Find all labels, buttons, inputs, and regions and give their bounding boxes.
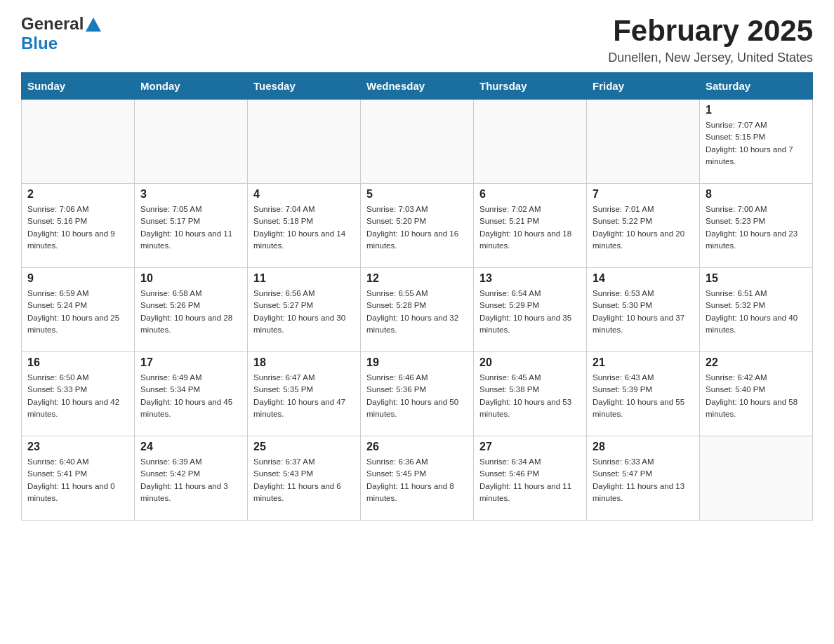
day-number: 2 [27, 188, 128, 201]
week-row-1: 1Sunrise: 7:07 AM Sunset: 5:15 PM Daylig… [22, 100, 813, 184]
day-info: Sunrise: 7:06 AM Sunset: 5:16 PM Dayligh… [27, 203, 128, 252]
day-info: Sunrise: 7:00 AM Sunset: 5:23 PM Dayligh… [706, 203, 807, 252]
day-number: 4 [253, 188, 355, 201]
day-cell: 10Sunrise: 6:58 AM Sunset: 5:26 PM Dayli… [135, 268, 248, 352]
day-info: Sunrise: 6:33 AM Sunset: 5:47 PM Dayligh… [593, 456, 694, 504]
day-number: 16 [27, 356, 128, 369]
day-number: 18 [253, 356, 355, 369]
day-cell [700, 436, 813, 521]
day-number: 26 [366, 441, 468, 453]
day-info: Sunrise: 6:40 AM Sunset: 5:41 PM Dayligh… [27, 456, 128, 504]
calendar-body: 1Sunrise: 7:07 AM Sunset: 5:15 PM Daylig… [22, 100, 813, 521]
day-cell: 7Sunrise: 7:01 AM Sunset: 5:22 PM Daylig… [587, 184, 700, 268]
day-info: Sunrise: 6:51 AM Sunset: 5:32 PM Dayligh… [706, 288, 807, 336]
day-number: 24 [140, 441, 241, 453]
day-cell: 9Sunrise: 6:59 AM Sunset: 5:24 PM Daylig… [22, 268, 135, 352]
day-info: Sunrise: 6:53 AM Sunset: 5:30 PM Dayligh… [593, 288, 694, 336]
day-cell: 20Sunrise: 6:45 AM Sunset: 5:38 PM Dayli… [474, 352, 587, 436]
week-row-4: 16Sunrise: 6:50 AM Sunset: 5:33 PM Dayli… [22, 352, 813, 436]
title-section: February 2025 Dunellen, New Jersey, Unit… [608, 14, 813, 65]
weekday-tuesday: Tuesday [248, 73, 361, 100]
day-cell: 23Sunrise: 6:40 AM Sunset: 5:41 PM Dayli… [22, 436, 135, 521]
day-cell: 12Sunrise: 6:55 AM Sunset: 5:28 PM Dayli… [361, 268, 474, 352]
day-info: Sunrise: 7:02 AM Sunset: 5:21 PM Dayligh… [479, 203, 581, 252]
day-info: Sunrise: 6:56 AM Sunset: 5:27 PM Dayligh… [253, 288, 355, 336]
day-number: 9 [27, 272, 128, 285]
day-number: 12 [366, 272, 468, 285]
day-cell: 5Sunrise: 7:03 AM Sunset: 5:20 PM Daylig… [361, 184, 474, 268]
day-cell [587, 100, 700, 184]
day-info: Sunrise: 7:04 AM Sunset: 5:18 PM Dayligh… [253, 203, 355, 252]
day-info: Sunrise: 6:43 AM Sunset: 5:39 PM Dayligh… [593, 372, 694, 420]
weekday-wednesday: Wednesday [361, 73, 474, 100]
day-number: 13 [479, 272, 581, 285]
day-number: 7 [593, 188, 694, 201]
day-info: Sunrise: 6:46 AM Sunset: 5:36 PM Dayligh… [366, 372, 468, 420]
day-cell: 26Sunrise: 6:36 AM Sunset: 5:45 PM Dayli… [361, 436, 474, 521]
weekday-friday: Friday [587, 73, 700, 100]
day-info: Sunrise: 7:03 AM Sunset: 5:20 PM Dayligh… [366, 203, 468, 252]
week-row-2: 2Sunrise: 7:06 AM Sunset: 5:16 PM Daylig… [22, 184, 813, 268]
day-cell: 13Sunrise: 6:54 AM Sunset: 5:29 PM Dayli… [474, 268, 587, 352]
day-cell: 16Sunrise: 6:50 AM Sunset: 5:33 PM Dayli… [22, 352, 135, 436]
day-number: 1 [706, 104, 807, 116]
day-info: Sunrise: 7:01 AM Sunset: 5:22 PM Dayligh… [593, 203, 694, 252]
page-header: General Blue February 2025 Dunellen, New… [21, 14, 813, 65]
month-title: February 2025 [608, 14, 813, 48]
day-number: 15 [706, 272, 807, 285]
day-number: 17 [140, 356, 241, 369]
day-info: Sunrise: 6:54 AM Sunset: 5:29 PM Dayligh… [479, 288, 581, 336]
logo-general: General [21, 14, 84, 34]
day-info: Sunrise: 6:39 AM Sunset: 5:42 PM Dayligh… [140, 456, 241, 504]
day-number: 3 [140, 188, 241, 201]
day-cell: 2Sunrise: 7:06 AM Sunset: 5:16 PM Daylig… [22, 184, 135, 268]
day-cell: 18Sunrise: 6:47 AM Sunset: 5:35 PM Dayli… [248, 352, 361, 436]
day-number: 6 [479, 188, 581, 201]
day-number: 14 [593, 272, 694, 285]
weekday-saturday: Saturday [700, 73, 813, 100]
day-cell: 11Sunrise: 6:56 AM Sunset: 5:27 PM Dayli… [248, 268, 361, 352]
day-cell: 22Sunrise: 6:42 AM Sunset: 5:40 PM Dayli… [700, 352, 813, 436]
day-info: Sunrise: 6:49 AM Sunset: 5:34 PM Dayligh… [140, 372, 241, 420]
day-number: 27 [479, 441, 581, 453]
day-info: Sunrise: 6:34 AM Sunset: 5:46 PM Dayligh… [479, 456, 581, 504]
day-cell: 3Sunrise: 7:05 AM Sunset: 5:17 PM Daylig… [135, 184, 248, 268]
day-cell: 6Sunrise: 7:02 AM Sunset: 5:21 PM Daylig… [474, 184, 587, 268]
day-info: Sunrise: 6:59 AM Sunset: 5:24 PM Dayligh… [27, 288, 128, 336]
weekday-thursday: Thursday [474, 73, 587, 100]
logo-triangle-icon [86, 18, 101, 32]
day-number: 8 [706, 188, 807, 201]
day-cell: 4Sunrise: 7:04 AM Sunset: 5:18 PM Daylig… [248, 184, 361, 268]
day-number: 10 [140, 272, 241, 285]
day-cell: 27Sunrise: 6:34 AM Sunset: 5:46 PM Dayli… [474, 436, 587, 521]
day-number: 20 [479, 356, 581, 369]
day-info: Sunrise: 7:07 AM Sunset: 5:15 PM Dayligh… [706, 119, 807, 168]
day-cell: 17Sunrise: 6:49 AM Sunset: 5:34 PM Dayli… [135, 352, 248, 436]
day-cell: 14Sunrise: 6:53 AM Sunset: 5:30 PM Dayli… [587, 268, 700, 352]
svg-marker-0 [86, 18, 101, 32]
calendar-header: SundayMondayTuesdayWednesdayThursdayFrid… [22, 73, 813, 100]
day-cell [135, 100, 248, 184]
day-info: Sunrise: 6:42 AM Sunset: 5:40 PM Dayligh… [706, 372, 807, 420]
day-number: 28 [593, 441, 694, 453]
day-info: Sunrise: 6:55 AM Sunset: 5:28 PM Dayligh… [366, 288, 468, 336]
day-cell [22, 100, 135, 184]
day-number: 5 [366, 188, 468, 201]
day-number: 21 [593, 356, 694, 369]
weekday-header-row: SundayMondayTuesdayWednesdayThursdayFrid… [22, 73, 813, 100]
day-info: Sunrise: 6:50 AM Sunset: 5:33 PM Dayligh… [27, 372, 128, 420]
day-cell: 15Sunrise: 6:51 AM Sunset: 5:32 PM Dayli… [700, 268, 813, 352]
week-row-3: 9Sunrise: 6:59 AM Sunset: 5:24 PM Daylig… [22, 268, 813, 352]
day-cell: 19Sunrise: 6:46 AM Sunset: 5:36 PM Dayli… [361, 352, 474, 436]
day-cell: 1Sunrise: 7:07 AM Sunset: 5:15 PM Daylig… [700, 100, 813, 184]
day-number: 19 [366, 356, 468, 369]
day-cell [361, 100, 474, 184]
day-info: Sunrise: 6:47 AM Sunset: 5:35 PM Dayligh… [253, 372, 355, 420]
day-number: 11 [253, 272, 355, 285]
logo: General Blue [21, 14, 101, 53]
day-info: Sunrise: 6:58 AM Sunset: 5:26 PM Dayligh… [140, 288, 241, 336]
day-info: Sunrise: 6:45 AM Sunset: 5:38 PM Dayligh… [479, 372, 581, 420]
weekday-sunday: Sunday [22, 73, 135, 100]
day-info: Sunrise: 6:36 AM Sunset: 5:45 PM Dayligh… [366, 456, 468, 504]
day-info: Sunrise: 7:05 AM Sunset: 5:17 PM Dayligh… [140, 203, 241, 252]
